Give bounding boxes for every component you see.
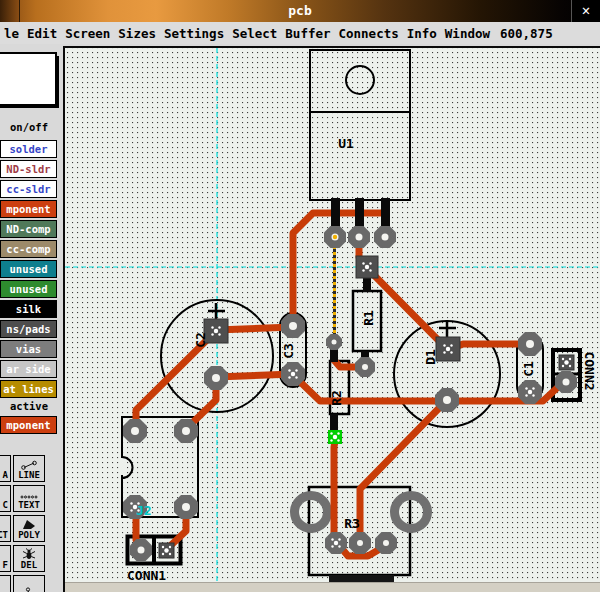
tool-button-line[interactable]: LINE bbox=[13, 455, 45, 482]
tool-button-del[interactable]: DEL bbox=[13, 545, 45, 572]
menu-item-window[interactable]: Window bbox=[441, 26, 494, 41]
label-c1: C1 bbox=[521, 361, 536, 377]
line-icon bbox=[20, 460, 38, 470]
window-title: pcb bbox=[0, 0, 600, 22]
menu-item-settings[interactable]: Settings bbox=[160, 26, 228, 41]
tool-button-rect-cut[interactable]: CT bbox=[0, 515, 11, 542]
menu-item-buffer[interactable]: Buffer bbox=[281, 26, 334, 41]
layer-button-component[interactable]: mponent bbox=[0, 200, 57, 218]
layer-button-gnd-sldr[interactable]: ND-sldr bbox=[0, 160, 57, 178]
titlebar[interactable]: pcb ✕ bbox=[0, 0, 600, 22]
label-r2: R2 bbox=[329, 390, 344, 406]
pcb-canvas[interactable]: U1 R1 R2 R3 C1 C2 C3 D1 J2 CONN1 CONN2 bbox=[63, 46, 600, 592]
tool-button-text[interactable]: TEXT bbox=[13, 485, 45, 512]
layer-button-silk[interactable]: silk bbox=[0, 300, 57, 318]
active-label: active bbox=[0, 400, 58, 412]
layer-button-unused-1[interactable]: unused bbox=[0, 260, 57, 278]
bug-icon bbox=[20, 548, 38, 560]
cursor-position: 600,875 bbox=[494, 26, 553, 41]
menu-item-file[interactable]: le bbox=[0, 26, 23, 41]
layer-button-vcc-sldr[interactable]: cc-sldr bbox=[0, 180, 57, 198]
layer-button-rat-lines[interactable]: at lines bbox=[0, 380, 57, 398]
label-u1: U1 bbox=[338, 136, 354, 151]
menubar: le Edit Screen Sizes Settings Select Buf… bbox=[0, 22, 600, 44]
sidebar: on/off solder ND-sldr cc-sldr mponent ND… bbox=[0, 44, 63, 592]
layer-button-unused-2[interactable]: unused bbox=[0, 280, 57, 298]
poly-icon bbox=[20, 519, 38, 530]
menu-item-edit[interactable]: Edit bbox=[23, 26, 61, 41]
tool-button-buf-cut[interactable]: F bbox=[0, 545, 11, 572]
menu-item-connects[interactable]: Connects bbox=[335, 26, 403, 41]
insert-point-icon bbox=[19, 586, 39, 592]
label-conn2: CONN2 bbox=[582, 351, 597, 390]
label-d1: D1 bbox=[423, 349, 438, 365]
label-r1: R1 bbox=[361, 310, 376, 326]
ratline-endpoint bbox=[333, 235, 337, 239]
menu-item-select[interactable]: Select bbox=[228, 26, 281, 41]
statusbar bbox=[65, 582, 600, 592]
tool-button-rot-cut[interactable]: ■ bbox=[0, 575, 11, 592]
layer-button-solder[interactable]: solder bbox=[0, 140, 57, 158]
label-j2: J2 bbox=[136, 503, 152, 518]
layer-button-vias[interactable]: vias bbox=[0, 340, 57, 358]
menu-item-screen[interactable]: Screen bbox=[61, 26, 114, 41]
tool-button-poly[interactable]: POLY bbox=[13, 515, 45, 542]
menu-item-info[interactable]: Info bbox=[403, 26, 441, 41]
tool-button-arc-cut[interactable]: C bbox=[0, 485, 11, 512]
label-c3: C3 bbox=[281, 343, 296, 359]
close-icon: ✕ bbox=[582, 2, 590, 18]
menu-item-sizes[interactable]: Sizes bbox=[114, 26, 160, 41]
layer-button-pins-pads[interactable]: ns/pads bbox=[0, 320, 57, 338]
onoff-label: on/off bbox=[0, 121, 58, 133]
layer-button-far-side[interactable]: ar side bbox=[0, 360, 57, 378]
label-conn1: CONN1 bbox=[127, 568, 166, 583]
board-preview[interactable] bbox=[0, 52, 57, 106]
tool-button-via-cut[interactable]: A bbox=[0, 455, 11, 482]
tool-button-insert-point[interactable] bbox=[13, 575, 45, 592]
label-r3: R3 bbox=[344, 516, 360, 531]
layer-button-vcc-comp[interactable]: cc-comp bbox=[0, 240, 57, 258]
active-layer-button[interactable]: mponent bbox=[0, 416, 57, 434]
close-button[interactable]: ✕ bbox=[571, 0, 600, 22]
layer-button-gnd-comp[interactable]: ND-comp bbox=[0, 220, 57, 238]
label-c2: C2 bbox=[193, 332, 208, 348]
